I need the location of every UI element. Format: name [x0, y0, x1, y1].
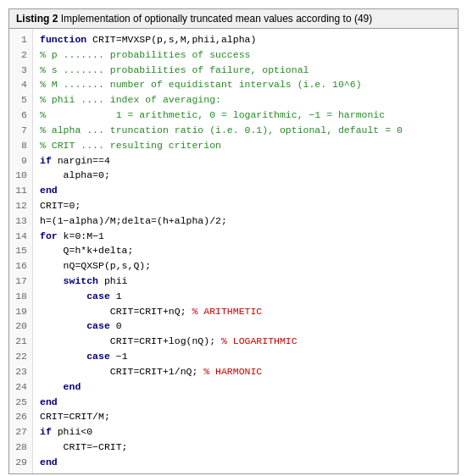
code-line: CRIT=CRIT+log(nQ); % LOGARITHMIC — [40, 334, 451, 349]
line-number: 11 — [9, 183, 32, 198]
line-number: 1 — [9, 32, 32, 47]
code-token: CRIT=MVXSP(p,s,M,phii,alpha) — [86, 34, 256, 45]
code-line: end — [40, 395, 451, 410]
code-token: end — [40, 457, 58, 468]
code-token: end — [40, 185, 58, 196]
line-numbers: 1234567891011121314151617181920212223242… — [9, 29, 33, 473]
code-line: % CRIT .... resulting criterion — [40, 138, 451, 153]
code-token: Q=h*k+delta; — [40, 245, 133, 256]
code-token: case — [40, 320, 110, 331]
code-token: % phii .... index of averaging: — [40, 94, 221, 105]
code-line: CRIT=CRIT/M; — [40, 409, 451, 424]
code-token: if — [40, 155, 52, 166]
line-number: 14 — [9, 229, 32, 244]
code-token: case — [40, 351, 110, 362]
code-line: case 0 — [40, 318, 451, 334]
line-number: 7 — [9, 123, 32, 138]
line-number: 21 — [9, 334, 32, 349]
listing-label: Listing 2 — [16, 13, 58, 25]
line-number: 2 — [9, 47, 32, 63]
code-token: if — [40, 426, 52, 437]
line-number: 25 — [9, 395, 32, 410]
line-number: 5 — [9, 92, 32, 108]
code-line: CRIT=CRIT+1/nQ; % HARMONIC — [40, 364, 451, 379]
code-token: for — [40, 230, 58, 241]
code-token: function — [40, 34, 86, 45]
code-token: end — [40, 381, 81, 392]
code-line: % s ....... probabilities of failure, op… — [40, 63, 451, 78]
line-number: 29 — [9, 455, 32, 470]
code-line: CRIT=0; — [40, 198, 451, 213]
line-number: 13 — [9, 213, 32, 229]
code-line: % 1 = arithmetic, 0 = logarithmic, −1 = … — [40, 108, 451, 123]
code-token: % 1 = arithmetic, 0 = logarithmic, −1 = … — [40, 109, 385, 120]
code-token: phii<0 — [52, 426, 92, 437]
code-token: 0 — [110, 320, 122, 331]
code-token: phii — [98, 275, 128, 286]
code-token: end — [40, 396, 58, 407]
code-line: case 1 — [40, 289, 451, 304]
code-token: switch — [40, 275, 98, 286]
code-line: alpha=0; — [40, 168, 451, 183]
line-number: 17 — [9, 274, 32, 289]
code-token: CRIT=CRIT/M; — [40, 411, 110, 422]
line-number: 8 — [9, 138, 32, 153]
line-number: 18 — [9, 289, 32, 304]
line-number: 23 — [9, 364, 32, 379]
code-line: for k=0:M−1 — [40, 229, 451, 244]
code-token: −1 — [110, 351, 128, 362]
code-token: % LOGARITHMIC — [221, 335, 297, 346]
line-number: 3 — [9, 63, 32, 78]
line-number: 20 — [9, 318, 32, 334]
code-token: % M ....... number of equidistant interv… — [40, 79, 362, 90]
code-line: % p ....... probabilities of success — [40, 47, 451, 63]
code-token: k=0:M−1 — [58, 230, 104, 241]
line-number: 6 — [9, 108, 32, 123]
line-number: 22 — [9, 349, 32, 364]
line-number: 27 — [9, 424, 32, 440]
code-line: Q=h*k+delta; — [40, 243, 451, 258]
code-line: case −1 — [40, 349, 451, 364]
line-number: 19 — [9, 304, 32, 319]
line-number: 26 — [9, 409, 32, 424]
code-line: nQ=QXSP(p,s,Q); — [40, 258, 451, 274]
listing-container: Listing 2 Implementation of optionally t… — [8, 8, 459, 474]
code-token: % p ....... probabilities of success — [40, 49, 250, 60]
code-token: % HARMONIC — [203, 366, 262, 377]
code-token: alpha=0; — [40, 169, 110, 180]
code-line: h=(1−alpha)/M;delta=(h+alpha)/2; — [40, 213, 451, 229]
code-area: 1234567891011121314151617181920212223242… — [9, 29, 458, 473]
code-line: end — [40, 183, 451, 198]
code-line: switch phii — [40, 274, 451, 289]
code-line: % alpha ... truncation ratio (i.e. 0.1),… — [40, 123, 451, 138]
code-line: if phii<0 — [40, 424, 451, 440]
line-number: 10 — [9, 168, 32, 183]
code-token: % ARITHMETIC — [192, 306, 262, 317]
line-number: 12 — [9, 198, 32, 213]
code-line: % M ....... number of equidistant interv… — [40, 77, 451, 92]
code-token: nargin==4 — [52, 155, 110, 166]
line-number: 9 — [9, 153, 32, 169]
code-token: % CRIT .... resulting criterion — [40, 140, 221, 151]
code-token: % alpha ... truncation ratio (i.e. 0.1),… — [40, 125, 403, 136]
line-number: 16 — [9, 258, 32, 274]
code-line: function CRIT=MVXSP(p,s,M,phii,alpha) — [40, 32, 451, 47]
line-number: 28 — [9, 440, 32, 455]
listing-desc-text: Implementation of optionally truncated m… — [61, 13, 373, 25]
listing-header: Listing 2 Implementation of optionally t… — [9, 9, 458, 29]
code-token: CRIT=CRIT+nQ; — [40, 306, 192, 317]
code-token: 1 — [110, 291, 122, 302]
line-number: 15 — [9, 243, 32, 258]
code-token: nQ=QXSP(p,s,Q); — [40, 260, 151, 271]
code-line: end — [40, 379, 451, 395]
code-token: h=(1−alpha)/M;delta=(h+alpha)/2; — [40, 215, 227, 226]
code-token: CRIT=0; — [40, 200, 81, 211]
code-token: % s ....... probabilities of failure, op… — [40, 64, 309, 75]
code-line: CRIT=−CRIT; — [40, 440, 451, 455]
code-token: CRIT=−CRIT; — [40, 441, 128, 452]
code-lines: function CRIT=MVXSP(p,s,M,phii,alpha)% p… — [33, 29, 458, 473]
line-number: 24 — [9, 379, 32, 395]
code-token: CRIT=CRIT+log(nQ); — [40, 335, 221, 346]
line-number: 4 — [9, 77, 32, 92]
code-line: end — [40, 455, 451, 470]
